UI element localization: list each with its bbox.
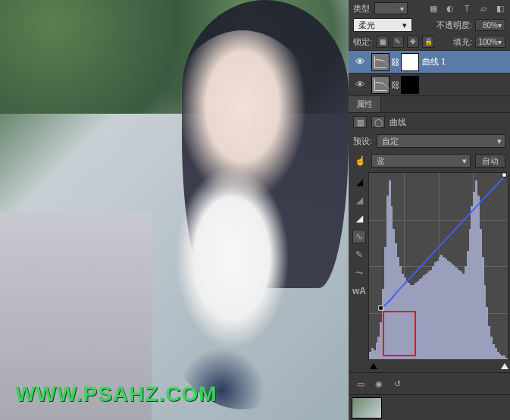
curve-point-tool-icon[interactable]: ∿: [352, 230, 366, 243]
eyedropper-gray-icon[interactable]: ◢: [352, 193, 366, 207]
channel-value: 蓝: [377, 155, 385, 167]
layers-panel: 类型 ▾ ▦ ◐ T ▱ ◧ 柔光 ▾ 不透明度: 80%: [349, 0, 510, 96]
channel-row: ☝ 蓝 ▾ 自动: [349, 151, 510, 171]
filter-shape-icon[interactable]: ▱: [478, 3, 489, 14]
fill-group: 填充: 100% ▾: [453, 36, 505, 48]
svg-rect-1: [379, 306, 383, 310]
properties-tab-bar: 属性: [349, 96, 510, 113]
fill-field[interactable]: 100% ▾: [475, 36, 505, 48]
properties-title: 曲线: [390, 117, 406, 128]
lock-label: 锁定:: [353, 36, 372, 48]
view-previous-icon[interactable]: ◉: [373, 378, 385, 390]
lock-icons: ▩ ✎ ✥ 🔒: [377, 36, 434, 48]
layer-thumbs: ⛓: [371, 76, 419, 94]
tab-properties[interactable]: 属性: [349, 96, 381, 112]
opacity-field[interactable]: 80% ▾: [475, 19, 505, 31]
chevron-down-icon: ▾: [400, 5, 404, 13]
preset-row: 预设: 自定 ▾: [349, 131, 510, 151]
clip-to-layer-icon[interactable]: ▭: [355, 378, 367, 390]
lock-pixels-icon[interactable]: ✎: [392, 36, 404, 48]
eyedropper-black-icon[interactable]: ◢: [352, 175, 366, 189]
opacity-label: 不透明度:: [436, 20, 472, 31]
panel-stack: 类型 ▾ ▦ ◐ T ▱ ◧ 柔光 ▾ 不透明度: 80%: [349, 0, 510, 420]
input-slider-row[interactable]: [368, 360, 510, 372]
lock-transparent-icon[interactable]: ▩: [377, 36, 389, 48]
opacity-group: 不透明度: 80% ▾: [436, 19, 505, 31]
curve-area: ◢ ◢ ◢ ∿ ✎ ⤳ wA: [349, 171, 510, 372]
properties-panel: 属性 ▨ ◯ 曲线 预设: 自定 ▾ ☝ 蓝 ▾ 自动 ◢ ◢: [349, 96, 510, 420]
target-adjust-icon[interactable]: ☝: [353, 154, 367, 168]
highlight-annotation: [383, 311, 416, 356]
visibility-toggle-icon[interactable]: 👁: [352, 56, 368, 67]
canvas-area: WWW.PSAHZ.COM: [0, 0, 349, 420]
lock-position-icon[interactable]: ✥: [407, 36, 419, 48]
curve-line: [369, 173, 508, 312]
curve-graph[interactable]: [368, 172, 508, 360]
type-filter-select[interactable]: ▾: [374, 2, 408, 14]
adjustment-thumb[interactable]: [371, 76, 390, 94]
mask-thumb[interactable]: [401, 76, 419, 94]
chevron-down-icon: ▾: [462, 156, 467, 166]
layer-row[interactable]: 👁 ⛓: [349, 73, 510, 96]
lock-row: 锁定: ▩ ✎ ✥ 🔒 填充: 100% ▾: [349, 33, 510, 50]
type-label: 类型: [353, 3, 370, 14]
channel-select[interactable]: 蓝 ▾: [371, 154, 471, 168]
properties-title-row: ▨ ◯ 曲线: [349, 113, 510, 131]
opacity-value: 80%: [483, 21, 498, 30]
preset-select[interactable]: 自定 ▾: [377, 134, 505, 148]
properties-footer: ▭ ◉ ↺: [349, 372, 510, 394]
eyedropper-white-icon[interactable]: ◢: [352, 212, 366, 225]
document-preview-thumb[interactable]: [352, 397, 382, 418]
mask-thumb[interactable]: [401, 53, 419, 71]
blend-mode-value: 柔光: [358, 20, 375, 31]
link-icon: ⛓: [391, 58, 399, 67]
filter-icon-row: ▦ ◐ T ▱ ◧: [428, 3, 505, 14]
chevron-down-icon: ▾: [402, 20, 407, 30]
chevron-down-icon: ▾: [498, 38, 502, 46]
fill-value: 100%: [478, 38, 498, 46]
visibility-toggle-icon[interactable]: 👁: [352, 79, 368, 90]
watermark-text: WWW.PSAHZ.COM: [15, 382, 217, 406]
filter-smart-icon[interactable]: ◧: [495, 3, 505, 14]
filter-text-icon[interactable]: T: [462, 3, 472, 14]
chevron-down-icon: ▾: [497, 136, 502, 146]
hand-tool-icon[interactable]: wA: [352, 284, 366, 298]
layer-filter-row: 类型 ▾ ▦ ◐ T ▱ ◧: [349, 0, 510, 17]
curve-pencil-tool-icon[interactable]: ✎: [352, 248, 366, 262]
link-icon: ⛓: [391, 80, 399, 89]
lock-all-icon[interactable]: 🔒: [422, 36, 434, 48]
curve-tool-column: ◢ ◢ ◢ ∿ ✎ ⤳ wA: [350, 172, 368, 372]
filter-pixel-icon[interactable]: ▦: [428, 3, 439, 14]
layer-name: 曲线 1: [422, 56, 446, 67]
chevron-down-icon: ▾: [498, 21, 502, 30]
photo-figure: [136, 30, 349, 409]
layer-row[interactable]: 👁 ⛓ 曲线 1: [349, 50, 510, 73]
layer-thumbs: ⛓: [371, 53, 419, 71]
fill-label: 填充:: [453, 36, 472, 48]
svg-rect-0: [502, 173, 506, 177]
smooth-tool-icon[interactable]: ⤳: [352, 266, 366, 280]
bottom-bar: [349, 394, 510, 420]
layer-list: 👁 ⛓ 曲线 1 👁 ⛓: [349, 50, 510, 96]
reset-icon[interactable]: ↺: [391, 378, 403, 390]
black-point-slider[interactable]: [370, 363, 377, 369]
auto-button[interactable]: 自动: [475, 154, 505, 168]
preset-label: 预设:: [353, 136, 372, 147]
white-point-slider[interactable]: [501, 363, 508, 369]
adjustment-thumb[interactable]: [371, 53, 390, 71]
filter-adjust-icon[interactable]: ◐: [445, 3, 455, 14]
curves-icon[interactable]: ▨: [353, 116, 367, 128]
mask-icon[interactable]: ◯: [371, 116, 385, 128]
blend-mode-select[interactable]: 柔光 ▾: [353, 18, 412, 32]
preset-value: 自定: [382, 136, 399, 147]
blend-row: 柔光 ▾ 不透明度: 80% ▾: [349, 17, 510, 33]
